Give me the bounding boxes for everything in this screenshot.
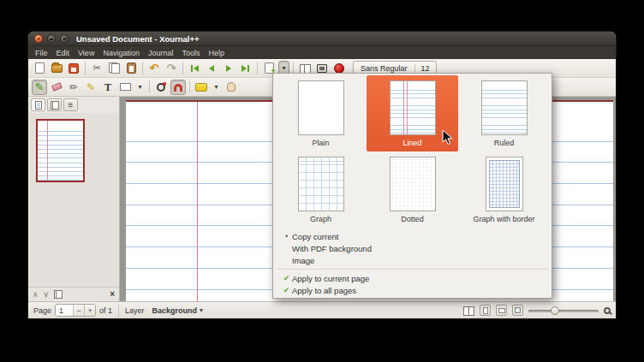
presentation-icon bbox=[317, 64, 327, 73]
page-down-button[interactable]: ∨ bbox=[44, 291, 50, 299]
text-tool-icon: T bbox=[104, 82, 111, 92]
menu-edit[interactable]: Edit bbox=[52, 49, 75, 57]
zoom-slider[interactable] bbox=[528, 306, 599, 316]
new-document-icon bbox=[35, 62, 45, 74]
menu-item-label: Image bbox=[292, 256, 314, 265]
snap-button[interactable] bbox=[170, 80, 186, 95]
page-margin-line bbox=[197, 102, 198, 301]
menu-tools[interactable]: Tools bbox=[177, 49, 204, 57]
highlighter-tool-button[interactable]: ✎ bbox=[83, 80, 98, 95]
minimize-button[interactable] bbox=[47, 34, 56, 43]
pen-tool-button[interactable]: ✎ bbox=[32, 80, 47, 95]
menu-with-pdf-background[interactable]: With PDF background bbox=[275, 242, 550, 254]
shape-recognizer-button[interactable] bbox=[153, 80, 169, 95]
dropdown-arrow-icon: ▾ bbox=[282, 65, 285, 72]
page-decrement-button[interactable]: − bbox=[73, 305, 84, 316]
menu-image[interactable]: Image bbox=[275, 254, 550, 266]
pair-pages-toggle[interactable] bbox=[463, 306, 474, 315]
shape-recognizer-icon bbox=[157, 83, 165, 92]
duplicate-page-icon[interactable] bbox=[54, 290, 63, 299]
statusbar: Page 1 − + of 1 Layer Background ▾ bbox=[28, 301, 616, 318]
zoom-fit-page-button[interactable] bbox=[480, 305, 491, 316]
menu-apply-to-current-page[interactable]: ✔ Apply to current page bbox=[275, 272, 550, 284]
check-icon: ✔ bbox=[281, 274, 292, 282]
dropdown-arrow-icon: ▾ bbox=[138, 84, 141, 91]
radio-bullet-icon: • bbox=[281, 232, 292, 240]
thumbnail-margin-line bbox=[47, 121, 48, 181]
close-sidebar-button[interactable]: × bbox=[110, 290, 115, 299]
maximize-button[interactable] bbox=[60, 34, 69, 43]
dropdown-arrow-icon: ▾ bbox=[214, 84, 218, 91]
marker-tool-button[interactable]: ✏ bbox=[66, 80, 81, 95]
page-increment-button[interactable]: + bbox=[84, 305, 95, 316]
paste-button[interactable] bbox=[123, 61, 139, 76]
screen: { "window": { "title": "Unsaved Document… bbox=[0, 0, 644, 362]
template-menu: • Copy current With PDF background Image… bbox=[275, 228, 550, 296]
menu-separator bbox=[277, 269, 548, 270]
undo-button[interactable]: ↶ bbox=[146, 61, 162, 76]
save-button[interactable] bbox=[66, 61, 81, 76]
redo-button[interactable]: ↷ bbox=[164, 61, 179, 76]
menu-file[interactable]: File bbox=[31, 49, 52, 57]
open-button[interactable] bbox=[49, 61, 64, 76]
page-spinner[interactable]: 1 − + bbox=[55, 304, 96, 317]
zoom-icon[interactable] bbox=[604, 307, 611, 314]
template-graph-with-border[interactable]: Graph with border bbox=[458, 151, 550, 228]
sidebar-tab-layers[interactable]: ≡ bbox=[63, 98, 78, 111]
template-dotted[interactable]: Dotted bbox=[367, 151, 458, 228]
color-dropdown-button[interactable]: ▾ bbox=[211, 80, 222, 95]
statusbar-separator bbox=[118, 304, 119, 317]
layer-value[interactable]: Background bbox=[152, 306, 198, 315]
cut-button[interactable]: ✂ bbox=[89, 61, 104, 76]
close-button[interactable] bbox=[34, 34, 43, 43]
page-number-input[interactable]: 1 bbox=[56, 306, 73, 315]
open-folder-icon bbox=[51, 64, 63, 73]
previous-page-button[interactable] bbox=[204, 61, 219, 76]
fit-width-icon bbox=[498, 308, 505, 313]
menu-copy-current[interactable]: • Copy current bbox=[275, 230, 550, 242]
sidebar-tab-pages[interactable] bbox=[47, 98, 62, 111]
zoom-fit-width-button[interactable] bbox=[496, 305, 507, 316]
eraser-tool-button[interactable] bbox=[49, 80, 64, 95]
layer-dropdown[interactable]: Background ▾ bbox=[148, 306, 208, 316]
menu-apply-to-all-pages[interactable]: ✔ Apply to all pages bbox=[275, 284, 550, 296]
template-graph[interactable]: Graph bbox=[275, 151, 367, 228]
page-preview-panel bbox=[28, 113, 119, 287]
layer-label: Layer bbox=[125, 306, 145, 315]
menu-navigation[interactable]: Navigation bbox=[98, 49, 144, 57]
page-template-popup: Plain Lined Ruled Graph Do bbox=[272, 73, 552, 299]
layer-dropdown-arrow-icon: ▾ bbox=[200, 306, 203, 314]
check-icon: ✔ bbox=[281, 286, 292, 294]
first-page-button[interactable] bbox=[187, 61, 202, 76]
template-plain[interactable]: Plain bbox=[275, 75, 367, 151]
next-page-button[interactable] bbox=[221, 61, 236, 76]
titlebar[interactable]: Unsaved Document - Xournal++ bbox=[28, 32, 616, 46]
template-ruled[interactable]: Ruled bbox=[458, 75, 550, 151]
font-size-value[interactable]: 12 bbox=[414, 64, 436, 73]
zoom-slider-track bbox=[528, 310, 599, 312]
record-icon bbox=[334, 63, 344, 74]
color-swatch-button[interactable] bbox=[194, 80, 209, 95]
select-region-button[interactable] bbox=[117, 80, 133, 95]
text-tool-button[interactable]: T bbox=[100, 80, 116, 95]
menu-journal[interactable]: Journal bbox=[144, 49, 178, 57]
menu-view[interactable]: View bbox=[74, 49, 98, 57]
copy-button[interactable] bbox=[106, 61, 122, 76]
select-dropdown-button[interactable]: ▾ bbox=[134, 80, 146, 95]
template-lined[interactable]: Lined bbox=[367, 75, 458, 151]
last-page-button[interactable] bbox=[238, 61, 253, 76]
yellow-color-icon bbox=[195, 83, 207, 92]
page-previews-icon bbox=[51, 101, 59, 110]
zoom-original-button[interactable] bbox=[512, 305, 523, 316]
font-name-label[interactable]: Sans Regular bbox=[354, 64, 414, 73]
last-page-icon bbox=[241, 64, 251, 73]
hand-tool-button[interactable] bbox=[224, 80, 239, 95]
page-up-button[interactable]: ∧ bbox=[33, 291, 39, 299]
page-thumbnail[interactable] bbox=[36, 119, 85, 182]
undo-icon: ↶ bbox=[150, 62, 159, 74]
new-document-button[interactable] bbox=[32, 61, 47, 76]
sidebar-tab-contents[interactable] bbox=[31, 98, 45, 111]
zoom-slider-handle[interactable] bbox=[551, 306, 559, 315]
template-ruled-preview bbox=[481, 80, 528, 135]
menu-help[interactable]: Help bbox=[204, 49, 229, 57]
